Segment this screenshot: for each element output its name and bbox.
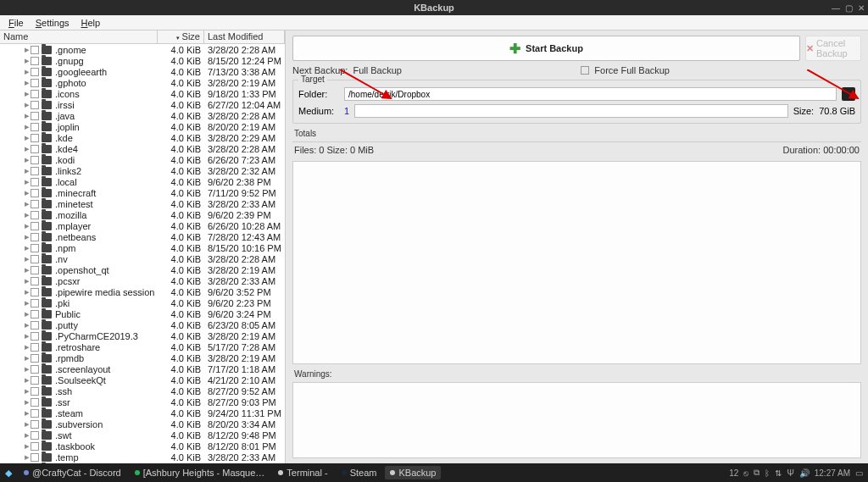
- expand-caret-icon[interactable]: ▸: [24, 66, 31, 77]
- include-checkbox[interactable]: [31, 409, 39, 418]
- expand-caret-icon[interactable]: ▸: [24, 88, 31, 99]
- include-checkbox[interactable]: [31, 420, 39, 429]
- include-checkbox[interactable]: [31, 233, 39, 241]
- tree-row[interactable]: ▸.openshot_qt4.0 KiB3/28/20 2:19 AM: [0, 264, 285, 275]
- menu-help[interactable]: Help: [76, 17, 106, 29]
- tree-row[interactable]: ▸.pipewire media session4.0 KiB9/6/20 3:…: [0, 286, 285, 297]
- close-button[interactable]: ✕: [858, 3, 865, 13]
- taskbar-item[interactable]: [Ashbury Heights - Masque…: [130, 466, 270, 479]
- include-checkbox[interactable]: [31, 244, 39, 252]
- tray-bluetooth-icon[interactable]: ᛒ: [765, 468, 770, 478]
- expand-caret-icon[interactable]: ▸: [24, 297, 31, 308]
- expand-caret-icon[interactable]: ▸: [24, 231, 31, 242]
- include-checkbox[interactable]: [31, 167, 39, 175]
- include-checkbox[interactable]: [31, 442, 39, 451]
- include-checkbox[interactable]: [31, 145, 39, 153]
- tree-row[interactable]: ▸.java4.0 KiB3/28/20 2:28 AM: [0, 110, 285, 121]
- tree-row[interactable]: ▸.putty4.0 KiB6/23/20 8:05 AM: [0, 319, 285, 330]
- include-checkbox[interactable]: [31, 200, 39, 208]
- tray-show-desktop-icon[interactable]: ▭: [855, 468, 863, 478]
- include-checkbox[interactable]: [31, 46, 39, 54]
- expand-caret-icon[interactable]: ▸: [24, 77, 31, 88]
- include-checkbox[interactable]: [31, 398, 39, 407]
- include-checkbox[interactable]: [31, 222, 39, 230]
- tree-row[interactable]: ▸.joplin4.0 KiB8/20/20 2:19 AM: [0, 121, 285, 132]
- tray-dropbox-icon[interactable]: ⧉: [754, 468, 760, 478]
- col-name[interactable]: Name: [0, 30, 158, 43]
- expand-caret-icon[interactable]: ▸: [24, 286, 31, 297]
- tree-row[interactable]: ▸.nv4.0 KiB3/28/20 2:28 AM: [0, 253, 285, 264]
- tree-row[interactable]: ▸.gnupg4.0 KiB8/15/20 12:24 PM: [0, 55, 285, 66]
- include-checkbox[interactable]: [31, 101, 39, 109]
- taskbar-item[interactable]: Terminal -: [273, 466, 332, 479]
- expand-caret-icon[interactable]: ▸: [24, 352, 31, 363]
- tree-row[interactable]: ▸.irssi4.0 KiB6/27/20 12:04 AM: [0, 99, 285, 110]
- tree-row[interactable]: ▸.rpmdb4.0 KiB3/28/20 2:19 AM: [0, 352, 285, 363]
- menu-settings[interactable]: Settings: [31, 17, 75, 29]
- tree-row[interactable]: ▸.netbeans4.0 KiB7/28/20 12:43 AM: [0, 231, 285, 242]
- expand-caret-icon[interactable]: ▸: [24, 452, 31, 463]
- tree-row[interactable]: ▸.kde44.0 KiB3/28/20 2:28 AM: [0, 143, 285, 154]
- taskbar-item[interactable]: Steam: [337, 466, 382, 479]
- include-checkbox[interactable]: [31, 90, 39, 98]
- minimize-button[interactable]: —: [832, 3, 840, 13]
- include-checkbox[interactable]: [31, 354, 39, 363]
- expand-caret-icon[interactable]: ▸: [24, 99, 31, 110]
- maximize-button[interactable]: ▢: [845, 3, 853, 13]
- tree-row[interactable]: ▸.kodi4.0 KiB6/26/20 7:23 AM: [0, 154, 285, 165]
- taskbar-item[interactable]: KBackup: [385, 466, 441, 479]
- expand-caret-icon[interactable]: ▸: [24, 374, 31, 385]
- include-checkbox[interactable]: [31, 431, 39, 440]
- tree-row[interactable]: ▸Public4.0 KiB9/6/20 3:24 PM: [0, 308, 285, 319]
- tree-row[interactable]: ▸.ssh4.0 KiB8/27/20 9:52 AM: [0, 385, 285, 396]
- include-checkbox[interactable]: [31, 453, 39, 462]
- expand-caret-icon[interactable]: ▸: [24, 264, 31, 275]
- include-checkbox[interactable]: [31, 57, 39, 65]
- tree-row[interactable]: ▸.SoulseekQt4.0 KiB4/21/20 2:10 AM: [0, 374, 285, 385]
- expand-caret-icon[interactable]: ▸: [24, 308, 31, 319]
- include-checkbox[interactable]: [31, 376, 39, 385]
- tree-row[interactable]: ▸.pki4.0 KiB9/6/20 2:23 PM: [0, 297, 285, 308]
- include-checkbox[interactable]: [31, 343, 39, 352]
- expand-caret-icon[interactable]: ▸: [24, 176, 31, 187]
- tree-row[interactable]: ▸.pcsxr4.0 KiB3/28/20 2:33 AM: [0, 275, 285, 286]
- include-checkbox[interactable]: [31, 277, 39, 285]
- expand-caret-icon[interactable]: ▸: [24, 429, 31, 440]
- expand-caret-icon[interactable]: ▸: [24, 154, 31, 165]
- include-checkbox[interactable]: [31, 178, 39, 186]
- include-checkbox[interactable]: [31, 112, 39, 120]
- expand-caret-icon[interactable]: ▸: [24, 187, 31, 198]
- tray-usb-icon[interactable]: Ψ: [787, 468, 793, 478]
- tree-row[interactable]: ▸.links24.0 KiB3/28/20 2:32 AM: [0, 165, 285, 176]
- expand-caret-icon[interactable]: ▸: [24, 396, 31, 407]
- tray-volume-icon[interactable]: 🔊: [799, 468, 810, 478]
- tree-row[interactable]: ▸.swt4.0 KiB8/12/20 9:48 PM: [0, 429, 285, 440]
- medium-input[interactable]: [354, 104, 788, 118]
- tree-row[interactable]: ▸.mplayer4.0 KiB6/26/20 10:28 AM: [0, 220, 285, 231]
- tree-row[interactable]: ▸.gphoto4.0 KiB3/28/20 2:19 AM: [0, 77, 285, 88]
- expand-caret-icon[interactable]: ▸: [24, 253, 31, 264]
- tree-row[interactable]: ▸.minetest4.0 KiB3/28/20 2:33 AM: [0, 198, 285, 209]
- tree-row[interactable]: ▸.retroshare4.0 KiB5/17/20 7:28 AM: [0, 341, 285, 352]
- include-checkbox[interactable]: [31, 68, 39, 76]
- expand-caret-icon[interactable]: ▸: [24, 110, 31, 121]
- expand-caret-icon[interactable]: ▸: [24, 198, 31, 209]
- menu-file[interactable]: File: [3, 17, 29, 29]
- force-full-checkbox[interactable]: [581, 66, 589, 75]
- include-checkbox[interactable]: [31, 134, 39, 142]
- app-launcher-icon[interactable]: ◆: [5, 468, 12, 479]
- include-checkbox[interactable]: [31, 123, 39, 131]
- tree-row[interactable]: ▸.kde4.0 KiB3/28/20 2:29 AM: [0, 132, 285, 143]
- tree-row[interactable]: ▸.npm4.0 KiB8/15/20 10:16 PM: [0, 242, 285, 253]
- include-checkbox[interactable]: [31, 156, 39, 164]
- tree-row[interactable]: ▸.subversion4.0 KiB8/20/20 3:34 AM: [0, 418, 285, 429]
- tree-row[interactable]: ▸.ssr4.0 KiB8/27/20 9:03 PM: [0, 396, 285, 407]
- expand-caret-icon[interactable]: ▸: [24, 418, 31, 429]
- col-modified[interactable]: Last Modified: [204, 30, 285, 43]
- expand-caret-icon[interactable]: ▸: [24, 132, 31, 143]
- tree-row[interactable]: ▸.icons4.0 KiB9/18/20 1:33 PM: [0, 88, 285, 99]
- expand-caret-icon[interactable]: ▸: [24, 220, 31, 231]
- expand-caret-icon[interactable]: ▸: [24, 341, 31, 352]
- include-checkbox[interactable]: [31, 299, 39, 307]
- tree-row[interactable]: ▸.gnome4.0 KiB3/28/20 2:28 AM: [0, 44, 285, 55]
